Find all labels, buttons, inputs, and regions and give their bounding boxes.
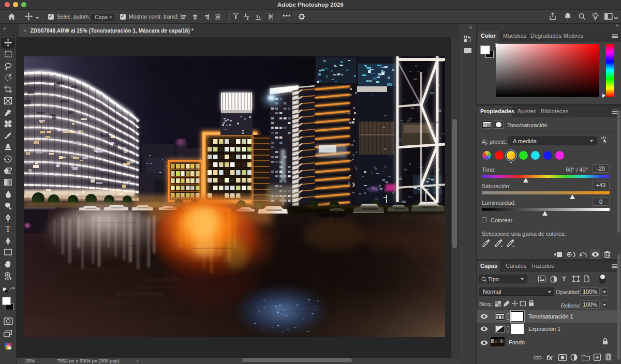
svg-text:+: +	[500, 244, 503, 248]
svg-text:T: T	[6, 225, 11, 233]
svg-text:−: −	[512, 244, 515, 248]
